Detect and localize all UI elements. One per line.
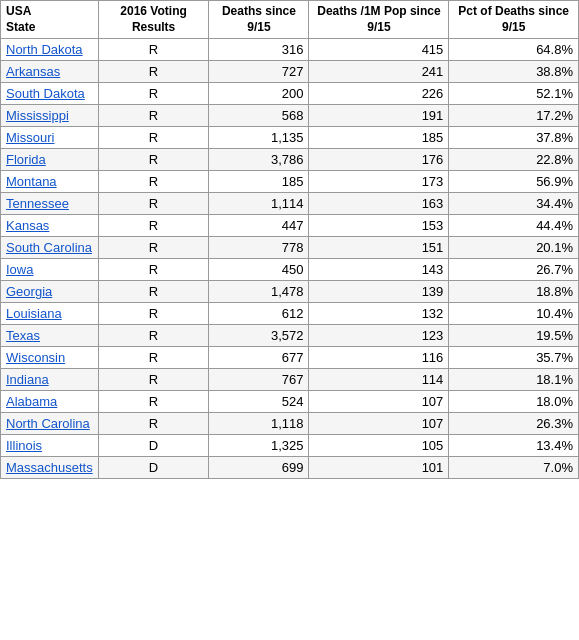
table-row: IllinoisD1,32510513.4% xyxy=(1,435,579,457)
deathspm-header: Deaths /1M Pop since 9/15 xyxy=(309,1,449,39)
deathspm-cell: 191 xyxy=(309,105,449,127)
vote-cell: R xyxy=(98,413,209,435)
table-row: IowaR45014326.7% xyxy=(1,259,579,281)
state-cell: Wisconsin xyxy=(1,347,99,369)
pct-cell: 56.9% xyxy=(449,171,579,193)
table-row: South CarolinaR77815120.1% xyxy=(1,237,579,259)
state-link[interactable]: Wisconsin xyxy=(6,350,65,365)
table-row: South DakotaR20022652.1% xyxy=(1,83,579,105)
pct-cell: 38.8% xyxy=(449,61,579,83)
pct-cell: 10.4% xyxy=(449,303,579,325)
table-row: GeorgiaR1,47813918.8% xyxy=(1,281,579,303)
table-row: FloridaR3,78617622.8% xyxy=(1,149,579,171)
deathspm-cell: 151 xyxy=(309,237,449,259)
deathspm-cell: 139 xyxy=(309,281,449,303)
state-link[interactable]: Indiana xyxy=(6,372,49,387)
state-cell: Arkansas xyxy=(1,61,99,83)
deaths-cell: 778 xyxy=(209,237,309,259)
deathspm-cell: 163 xyxy=(309,193,449,215)
deaths-cell: 185 xyxy=(209,171,309,193)
table-row: TexasR3,57212319.5% xyxy=(1,325,579,347)
state-link[interactable]: Mississippi xyxy=(6,108,69,123)
state-cell: North Carolina xyxy=(1,413,99,435)
table-row: MississippiR56819117.2% xyxy=(1,105,579,127)
state-link[interactable]: Tennessee xyxy=(6,196,69,211)
state-link[interactable]: South Dakota xyxy=(6,86,85,101)
state-cell: Texas xyxy=(1,325,99,347)
pct-cell: 20.1% xyxy=(449,237,579,259)
state-link[interactable]: Arkansas xyxy=(6,64,60,79)
deaths-cell: 1,478 xyxy=(209,281,309,303)
state-link[interactable]: Illinois xyxy=(6,438,42,453)
pct-cell: 44.4% xyxy=(449,215,579,237)
deathspm-cell: 415 xyxy=(309,39,449,61)
table-row: MissouriR1,13518537.8% xyxy=(1,127,579,149)
deaths-cell: 568 xyxy=(209,105,309,127)
deathspm-cell: 241 xyxy=(309,61,449,83)
table-row: IndianaR76711418.1% xyxy=(1,369,579,391)
state-cell: Alabama xyxy=(1,391,99,413)
vote-cell: R xyxy=(98,325,209,347)
deathspm-cell: 123 xyxy=(309,325,449,347)
table-row: North DakotaR31641564.8% xyxy=(1,39,579,61)
state-link[interactable]: North Dakota xyxy=(6,42,83,57)
state-cell: Mississippi xyxy=(1,105,99,127)
state-cell: Iowa xyxy=(1,259,99,281)
pct-cell: 52.1% xyxy=(449,83,579,105)
deaths-cell: 1,114 xyxy=(209,193,309,215)
state-cell: Illinois xyxy=(1,435,99,457)
deathspm-cell: 107 xyxy=(309,413,449,435)
pct-cell: 26.3% xyxy=(449,413,579,435)
state-link[interactable]: Louisiana xyxy=(6,306,62,321)
table-row: ArkansasR72724138.8% xyxy=(1,61,579,83)
state-link[interactable]: Florida xyxy=(6,152,46,167)
state-link[interactable]: North Carolina xyxy=(6,416,90,431)
state-link[interactable]: Missouri xyxy=(6,130,54,145)
vote-cell: D xyxy=(98,435,209,457)
state-link[interactable]: Alabama xyxy=(6,394,57,409)
deathspm-cell: 173 xyxy=(309,171,449,193)
deaths-cell: 1,118 xyxy=(209,413,309,435)
deaths-cell: 450 xyxy=(209,259,309,281)
vote-cell: R xyxy=(98,61,209,83)
deaths-cell: 3,786 xyxy=(209,149,309,171)
state-link[interactable]: Kansas xyxy=(6,218,49,233)
state-link[interactable]: Iowa xyxy=(6,262,33,277)
deaths-cell: 524 xyxy=(209,391,309,413)
deathspm-cell: 226 xyxy=(309,83,449,105)
deaths-cell: 3,572 xyxy=(209,325,309,347)
state-cell: Indiana xyxy=(1,369,99,391)
data-table: USA State 2016 Voting Results Deaths sin… xyxy=(0,0,579,479)
vote-cell: R xyxy=(98,259,209,281)
table-row: WisconsinR67711635.7% xyxy=(1,347,579,369)
pct-cell: 35.7% xyxy=(449,347,579,369)
vote-cell: R xyxy=(98,237,209,259)
state-header: USA State xyxy=(1,1,99,39)
deaths-cell: 727 xyxy=(209,61,309,83)
table-row: KansasR44715344.4% xyxy=(1,215,579,237)
state-link[interactable]: Massachusetts xyxy=(6,460,93,475)
pct-cell: 18.8% xyxy=(449,281,579,303)
vote-cell: R xyxy=(98,39,209,61)
state-link[interactable]: Texas xyxy=(6,328,40,343)
pct-header: Pct of Deaths since 9/15 xyxy=(449,1,579,39)
table-row: MontanaR18517356.9% xyxy=(1,171,579,193)
deaths-header: Deaths since 9/15 xyxy=(209,1,309,39)
vote-cell: R xyxy=(98,149,209,171)
pct-cell: 13.4% xyxy=(449,435,579,457)
pct-cell: 19.5% xyxy=(449,325,579,347)
state-link[interactable]: Montana xyxy=(6,174,57,189)
deathspm-cell: 185 xyxy=(309,127,449,149)
state-link[interactable]: Georgia xyxy=(6,284,52,299)
deaths-cell: 1,325 xyxy=(209,435,309,457)
state-cell: Florida xyxy=(1,149,99,171)
pct-cell: 17.2% xyxy=(449,105,579,127)
pct-cell: 26.7% xyxy=(449,259,579,281)
vote-cell: R xyxy=(98,83,209,105)
vote-cell: R xyxy=(98,347,209,369)
state-link[interactable]: South Carolina xyxy=(6,240,92,255)
pct-cell: 7.0% xyxy=(449,457,579,479)
table-row: MassachusettsD6991017.0% xyxy=(1,457,579,479)
deathspm-cell: 114 xyxy=(309,369,449,391)
deaths-cell: 767 xyxy=(209,369,309,391)
